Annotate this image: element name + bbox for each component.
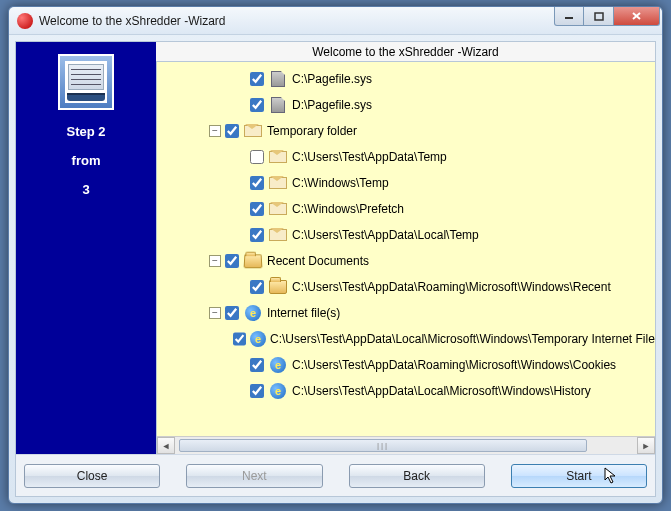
tree-item[interactable]: C:\Users\Test\AppData\Local\Temp: [161, 222, 655, 248]
sidebar: Step 2 from 3: [16, 42, 156, 454]
internet-explorer-icon: [250, 330, 266, 348]
svg-rect-1: [595, 13, 603, 20]
expander-icon[interactable]: −: [209, 125, 221, 137]
envelope-icon: [268, 174, 288, 192]
next-button[interactable]: Next: [186, 464, 322, 488]
folder-open-icon: [243, 252, 263, 270]
tree-view[interactable]: C:\Pagefile.sysD:\Pagefile.sys−Temporary…: [157, 62, 655, 436]
tree-item-label: C:\Users\Test\AppData\Roaming\Microsoft\…: [292, 280, 611, 294]
tree-checkbox[interactable]: [225, 124, 239, 138]
tree-item-label: C:\Users\Test\AppData\Temp: [292, 150, 447, 164]
tree-checkbox[interactable]: [250, 98, 264, 112]
maximize-button[interactable]: [584, 7, 614, 26]
tree-item[interactable]: C:\Users\Test\AppData\Roaming\Microsoft\…: [161, 352, 655, 378]
shredder-icon: [68, 64, 104, 90]
tree-checkbox[interactable]: [250, 72, 264, 86]
client-area: Step 2 from 3 Welcome to the xShredder -…: [15, 41, 656, 497]
minimize-icon: [564, 12, 574, 20]
tree-checkbox[interactable]: [250, 384, 264, 398]
tree-item[interactable]: C:\Windows\Temp: [161, 170, 655, 196]
maximize-icon: [594, 12, 604, 21]
tree-item[interactable]: C:\Windows\Prefetch: [161, 196, 655, 222]
internet-explorer-icon: [268, 356, 288, 374]
tree-checkbox[interactable]: [250, 150, 264, 164]
expander-icon[interactable]: −: [209, 255, 221, 267]
envelope-icon: [243, 122, 263, 140]
tree-checkbox[interactable]: [250, 358, 264, 372]
tree-container: C:\Pagefile.sysD:\Pagefile.sys−Temporary…: [156, 62, 655, 454]
tree-item-label: C:\Users\Test\AppData\Local\Temp: [292, 228, 479, 242]
pagefile-icon: [268, 70, 288, 88]
step-total: 3: [82, 182, 89, 197]
back-button[interactable]: Back: [349, 464, 485, 488]
step-label: Step 2: [66, 124, 105, 139]
main-panel: Welcome to the xShredder -Wizard C:\Page…: [156, 42, 655, 454]
tree-item[interactable]: C:\Users\Test\AppData\Temp: [161, 144, 655, 170]
tree-item-label: D:\Pagefile.sys: [292, 98, 372, 112]
scroll-left-button[interactable]: ◄: [157, 437, 175, 454]
tree-item[interactable]: −Temporary folder: [161, 118, 655, 144]
envelope-icon: [268, 226, 288, 244]
tree-item-label: Temporary folder: [267, 124, 357, 138]
tree-item[interactable]: −Internet file(s): [161, 300, 655, 326]
tree-checkbox[interactable]: [250, 176, 264, 190]
expander-icon[interactable]: −: [209, 307, 221, 319]
scroll-track[interactable]: |||: [175, 437, 637, 454]
tree-item-label: Internet file(s): [267, 306, 340, 320]
tree-item-label: C:\Users\Test\AppData\Roaming\Microsoft\…: [292, 358, 616, 372]
tree-item-label: Recent Documents: [267, 254, 369, 268]
scroll-thumb[interactable]: |||: [179, 439, 587, 452]
horizontal-scrollbar[interactable]: ◄ ||| ►: [157, 436, 655, 454]
tree-checkbox[interactable]: [250, 280, 264, 294]
internet-explorer-icon: [268, 382, 288, 400]
internet-explorer-icon: [243, 304, 263, 322]
tree-checkbox[interactable]: [233, 332, 246, 346]
close-window-button[interactable]: [614, 7, 660, 26]
scroll-right-button[interactable]: ►: [637, 437, 655, 454]
app-icon: [17, 13, 33, 29]
wizard-window: Welcome to the xShredder -Wizard: [8, 6, 663, 504]
svg-rect-0: [565, 17, 573, 19]
tree-item[interactable]: C:\Users\Test\AppData\Local\Microsoft\Wi…: [161, 378, 655, 404]
tree-item-label: C:\Pagefile.sys: [292, 72, 372, 86]
folder-icon: [268, 278, 288, 296]
envelope-icon: [268, 200, 288, 218]
tree-item[interactable]: D:\Pagefile.sys: [161, 92, 655, 118]
envelope-icon: [268, 148, 288, 166]
start-button[interactable]: Start: [511, 464, 647, 488]
wizard-step-icon: [58, 54, 114, 110]
titlebar[interactable]: Welcome to the xShredder -Wizard: [9, 7, 662, 35]
tree-checkbox[interactable]: [225, 306, 239, 320]
tree-item-label: C:\Windows\Prefetch: [292, 202, 404, 216]
tree-item-label: C:\Users\Test\AppData\Local\Microsoft\Wi…: [292, 384, 591, 398]
from-label: from: [72, 153, 101, 168]
close-icon: [631, 11, 642, 21]
close-button[interactable]: Close: [24, 464, 160, 488]
window-controls: [554, 7, 660, 26]
tree-item[interactable]: C:\Users\Test\AppData\Local\Microsoft\Wi…: [161, 326, 655, 352]
tree-checkbox[interactable]: [250, 228, 264, 242]
window-title: Welcome to the xShredder -Wizard: [39, 14, 226, 28]
tree-item[interactable]: C:\Users\Test\AppData\Roaming\Microsoft\…: [161, 274, 655, 300]
pagefile-icon: [268, 96, 288, 114]
tree-item-label: C:\Windows\Temp: [292, 176, 389, 190]
panel-title: Welcome to the xShredder -Wizard: [156, 42, 655, 62]
body: Step 2 from 3 Welcome to the xShredder -…: [16, 42, 655, 454]
tree-item[interactable]: −Recent Documents: [161, 248, 655, 274]
minimize-button[interactable]: [554, 7, 584, 26]
tree-checkbox[interactable]: [250, 202, 264, 216]
tree-item-label: C:\Users\Test\AppData\Local\Microsoft\Wi…: [270, 332, 655, 346]
button-bar: Close Next Back Start: [16, 454, 655, 496]
tree-checkbox[interactable]: [225, 254, 239, 268]
tree-item[interactable]: C:\Pagefile.sys: [161, 66, 655, 92]
